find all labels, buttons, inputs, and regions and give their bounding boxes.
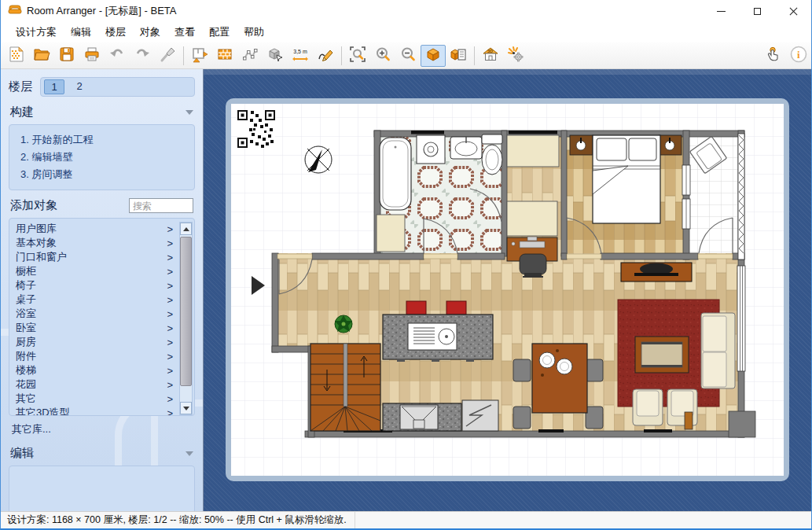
office-chair[interactable] [520, 254, 546, 277]
menu-edit[interactable]: 编辑 [64, 22, 98, 42]
sparkle-gear-icon [507, 46, 524, 66]
floor-tab-1[interactable]: 1 [44, 79, 64, 94]
redo-button[interactable] [130, 45, 155, 67]
coffee-table[interactable] [635, 337, 689, 373]
category-chairs[interactable]: 椅子> [16, 278, 179, 293]
collapse-triangle-icon[interactable] [186, 451, 193, 456]
scroll-up-button[interactable] [180, 223, 192, 235]
undo-button[interactable] [105, 45, 130, 67]
category-doors-windows[interactable]: 门口和窗户> [16, 250, 179, 264]
category-misc[interactable]: 其它> [16, 392, 179, 406]
wardrobe-bottom[interactable] [507, 201, 557, 236]
category-kitchen[interactable]: 厨房> [16, 335, 179, 349]
close-button[interactable] [775, 0, 811, 22]
menu-objects[interactable]: 对象 [133, 22, 167, 42]
category-garden[interactable]: 花园> [16, 377, 179, 392]
chevron-right-icon: > [167, 237, 179, 249]
edit-panel [9, 466, 195, 511]
nightstand-left[interactable] [570, 135, 593, 155]
floors-label: 楼层 [9, 79, 32, 94]
view-3d-list-button[interactable] [446, 45, 471, 67]
scrollbar-thumb[interactable] [180, 237, 192, 386]
floor-tab-2[interactable]: 2 [69, 79, 90, 94]
format-brush-button[interactable] [155, 45, 180, 67]
draw-button[interactable] [313, 45, 338, 67]
open-button[interactable] [29, 45, 54, 67]
dining-table[interactable] [532, 344, 587, 413]
menu-settings[interactable]: 配置 [202, 22, 237, 42]
plan-page[interactable] [226, 98, 789, 481]
staircase[interactable] [310, 344, 380, 431]
pencil-icon [317, 46, 334, 66]
potted-plant[interactable] [335, 315, 352, 333]
washing-machine[interactable] [417, 135, 445, 164]
build-step-new-project[interactable]: 1. 开始新的工程 [20, 131, 189, 149]
maximize-button[interactable] [739, 0, 775, 22]
category-misc-3d[interactable]: 其它3D造型> [16, 406, 179, 416]
balcony-window[interactable] [738, 134, 744, 259]
build-step-adjust-rooms[interactable]: 3. 房间调整 [20, 166, 189, 183]
wall-material-button[interactable] [212, 45, 237, 67]
kitchen-island[interactable] [383, 315, 493, 362]
category-stairs[interactable]: 楼梯> [16, 363, 179, 377]
edit-points-button[interactable] [237, 45, 263, 67]
zoom-out-button[interactable] [395, 45, 421, 67]
toilet[interactable] [482, 134, 502, 175]
radiator[interactable] [685, 412, 693, 429]
zoom-in-button[interactable] [370, 45, 395, 67]
svg-text:3D: 3D [487, 49, 493, 53]
category-accessories[interactable]: 附件> [16, 349, 179, 363]
plan-canvas[interactable] [203, 69, 811, 511]
measure-button[interactable]: 3,5 m [288, 45, 313, 67]
build-step-edit-walls[interactable]: 2. 编辑墙壁 [20, 149, 189, 166]
category-bedroom[interactable]: 卧室> [16, 321, 179, 335]
qr-code[interactable] [237, 110, 275, 148]
scroll-down-button[interactable] [180, 402, 192, 414]
print-button[interactable] [79, 45, 105, 67]
save-button[interactable] [54, 45, 79, 67]
armchair-left[interactable] [633, 389, 663, 425]
scrollbar-track[interactable] [180, 235, 192, 402]
category-user-library[interactable]: 用户图库> [16, 222, 179, 236]
chevron-right-icon: > [167, 308, 179, 320]
select-3d-object-button[interactable] [263, 45, 288, 67]
pointer-mode-button[interactable] [761, 45, 786, 67]
save-icon [58, 46, 75, 66]
category-cabinets[interactable]: 橱柜> [16, 264, 179, 278]
menu-floors[interactable]: 楼层 [98, 22, 133, 42]
bathtub[interactable] [380, 138, 411, 210]
category-scrollbar[interactable] [179, 222, 193, 415]
edit-walls-button[interactable] [187, 45, 212, 67]
nightstand-right[interactable] [659, 135, 682, 155]
kitchen-counter[interactable] [383, 403, 461, 431]
collapse-triangle-icon[interactable] [186, 110, 193, 115]
living-room-window[interactable] [737, 266, 745, 371]
new-button[interactable] [4, 45, 29, 67]
category-basic-objects[interactable]: 基本对象> [16, 236, 179, 250]
cube-list-icon [450, 46, 467, 66]
tv-stand[interactable] [621, 263, 692, 282]
zoom-fit-button[interactable] [345, 45, 370, 67]
search-input[interactable] [129, 198, 193, 213]
double-bed[interactable] [593, 135, 660, 223]
new-document-icon [8, 46, 25, 66]
menu-help[interactable]: 帮助 [237, 22, 271, 42]
about-button[interactable]: i [786, 45, 811, 67]
floor-plan-drawing[interactable] [231, 104, 784, 476]
bathroom-cabinet[interactable] [377, 215, 405, 252]
menu-view[interactable]: 查看 [167, 22, 202, 42]
category-bathroom[interactable]: 浴室> [16, 307, 179, 321]
wardrobe-top[interactable] [507, 135, 559, 167]
dishwasher[interactable] [462, 400, 498, 431]
maximize-icon [754, 8, 761, 15]
view-3d-button[interactable] [421, 45, 446, 67]
more-libraries-link[interactable]: 其它库... [9, 421, 195, 443]
bathroom-sink[interactable] [450, 137, 482, 159]
sofa[interactable] [701, 313, 735, 388]
walkthrough-button[interactable]: 3D [478, 45, 503, 67]
render-settings-button[interactable] [503, 45, 528, 67]
category-tables[interactable]: 桌子> [16, 293, 179, 307]
menu-design[interactable]: 设计方案 [9, 22, 64, 42]
minimize-button[interactable] [703, 0, 739, 22]
minimize-icon [717, 11, 726, 12]
